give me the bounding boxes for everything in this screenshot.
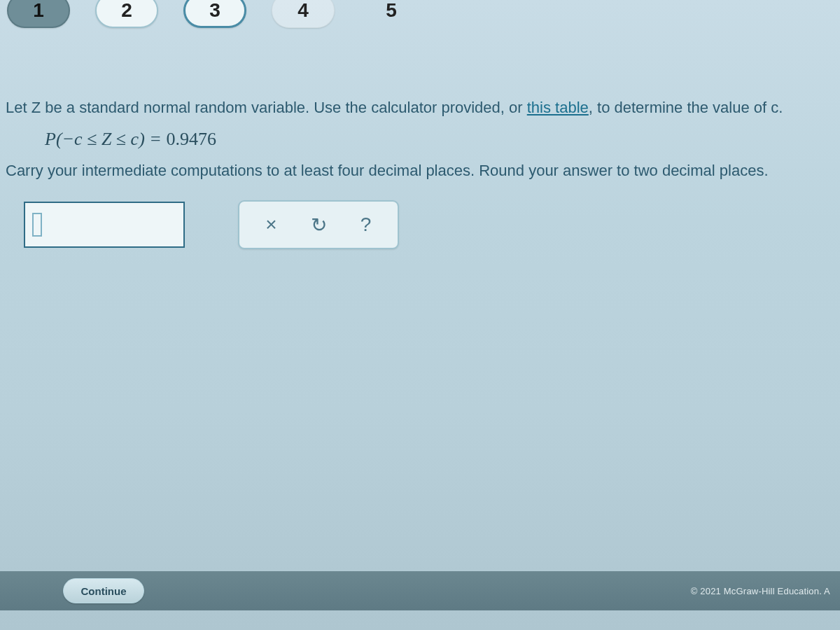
continue-button[interactable]: Continue — [63, 578, 144, 603]
answer-row: × ↻ ? — [24, 200, 399, 249]
refresh-icon: ↻ — [311, 214, 327, 236]
close-icon: × — [265, 214, 276, 235]
step-label: 1 — [33, 0, 44, 22]
step-pill-3[interactable]: 3 — [183, 0, 246, 28]
help-button[interactable]: ? — [351, 214, 382, 236]
clear-button[interactable]: × — [256, 214, 287, 236]
answer-input[interactable] — [24, 202, 185, 248]
question-icon: ? — [360, 214, 372, 235]
step-label: 4 — [298, 0, 309, 22]
continue-label: Continue — [81, 585, 127, 597]
intro-text-before: Let Z be a standard normal random variab… — [6, 99, 527, 116]
question-body: Let Z be a standard normal random variab… — [6, 97, 834, 188]
text-cursor-icon — [32, 213, 42, 237]
step-pill-1[interactable]: 1 — [7, 0, 70, 28]
step-pill-4[interactable]: 4 — [272, 0, 335, 28]
table-link[interactable]: this table — [527, 99, 589, 116]
step-pill-5[interactable]: 5 — [360, 0, 423, 28]
question-instruction: Carry your intermediate computations to … — [6, 160, 834, 182]
question-intro: Let Z be a standard normal random variab… — [6, 97, 834, 119]
step-pill-2[interactable]: 2 — [95, 0, 158, 28]
step-label: 3 — [209, 0, 220, 22]
step-label: 2 — [121, 0, 132, 22]
question-step-nav: 1 2 3 4 5 — [7, 0, 423, 28]
copyright-text: © 2021 McGraw-Hill Education. A — [691, 586, 830, 596]
reset-button[interactable]: ↻ — [303, 214, 334, 237]
formula-eq: = — [145, 129, 167, 149]
footer-bar: Continue © 2021 McGraw-Hill Education. A — [0, 571, 840, 610]
formula-rhs: 0.9476 — [166, 129, 216, 149]
probability-formula: P(−c ≤ Z ≤ c) = 0.9476 — [45, 126, 834, 153]
intro-text-after: , to determine the value of c. — [589, 99, 783, 116]
formula-lhs: P(−c ≤ Z ≤ c) — [45, 129, 145, 149]
step-label: 5 — [386, 0, 397, 22]
answer-toolbar: × ↻ ? — [238, 200, 399, 249]
